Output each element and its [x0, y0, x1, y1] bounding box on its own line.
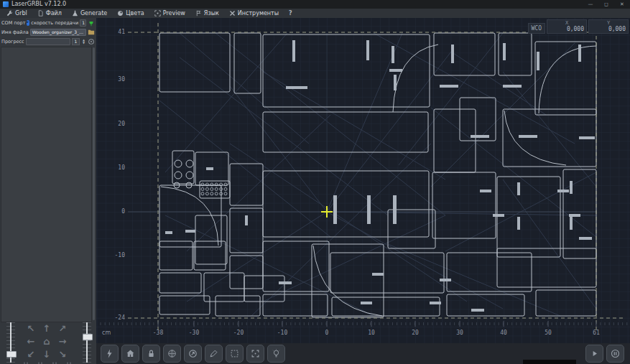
- goto-button[interactable]: [184, 345, 202, 363]
- progress-label: Прогресс: [1, 39, 24, 45]
- wco-label: WCO: [528, 23, 545, 34]
- wrench-icon: [6, 10, 13, 17]
- flask-icon: [72, 10, 78, 17]
- jog-nw-arrow[interactable]: ↖: [23, 322, 39, 335]
- x-ruler-label: -30: [189, 330, 199, 336]
- jog-ne-arrow[interactable]: ↗: [55, 322, 70, 335]
- menu-item-preview[interactable]: Preview: [149, 9, 190, 18]
- connect-button[interactable]: [88, 19, 95, 27]
- menu-item-инструменты[interactable]: Инструменты: [224, 9, 284, 18]
- frame-button[interactable]: [226, 345, 244, 363]
- com-port-label: COM порт: [1, 20, 25, 26]
- y-coordinate-display: Y 0,000: [588, 19, 629, 34]
- jog-pad: ↖↑↗←⌂→↙↓↘: [23, 322, 70, 360]
- play-button[interactable]: [585, 345, 603, 363]
- pen-button[interactable]: [205, 345, 223, 363]
- pause-button[interactable]: [606, 345, 624, 363]
- menu-item-label: ?: [289, 10, 292, 17]
- log-scrollbar[interactable]: [93, 47, 95, 320]
- reset-icon: [104, 348, 115, 359]
- window-controls: — ◻ ✕: [583, 0, 630, 9]
- jog-home-button[interactable]: ⌂: [39, 335, 55, 347]
- menu-item-label: Preview: [163, 10, 185, 17]
- pen-icon: [208, 348, 219, 359]
- x-ruler-label: -20: [233, 330, 244, 336]
- file-icon: [37, 10, 44, 17]
- close-button[interactable]: ✕: [614, 0, 630, 9]
- menu-item-файл[interactable]: Файл: [32, 9, 67, 18]
- x-ruler-label: 40: [500, 330, 507, 336]
- x-ruler-label: 20: [412, 330, 419, 336]
- gcode-log-area[interactable]: [1, 47, 92, 322]
- globe-icon: [167, 348, 177, 359]
- menu-item-цвета[interactable]: Цвета: [112, 9, 149, 18]
- menu-item-label: Цвета: [126, 10, 144, 17]
- menu-item-grbl[interactable]: Grbl: [1, 9, 32, 18]
- x-ruler-label: 61: [593, 330, 600, 336]
- left-panel: COM порт скорость передачи 1 Имя файла W…: [0, 18, 96, 364]
- pause-icon: [610, 348, 621, 359]
- jog-up-arrow[interactable]: ↑: [39, 322, 55, 335]
- ruler-unit-label: cm: [102, 330, 111, 336]
- play-icon: [589, 348, 600, 359]
- coordinate-overlay: WCO X 0,000 Y 0,000: [528, 19, 629, 34]
- menu-item-generate[interactable]: Generate: [67, 9, 112, 18]
- palette-icon: [117, 10, 124, 17]
- jog-sw-arrow[interactable]: ↙: [23, 347, 39, 360]
- jog-speed-slider[interactable]: [6, 322, 16, 363]
- maximize-button[interactable]: ◻: [598, 0, 614, 9]
- menu-item-label: Generate: [80, 10, 107, 17]
- menu-item-label: Grbl: [15, 10, 27, 17]
- baud-rate-select[interactable]: 1: [80, 19, 86, 27]
- y-ruler-label: 10: [98, 164, 125, 171]
- jog-down-arrow[interactable]: ↓: [39, 347, 55, 360]
- y-ruler-label: 41: [98, 29, 125, 35]
- x-ruler-label: -38: [153, 330, 163, 336]
- open-file-button[interactable]: [88, 29, 95, 36]
- menu-item-label: Инструменты: [238, 10, 279, 17]
- flag-icon: [195, 10, 202, 17]
- minimize-button[interactable]: —: [583, 0, 598, 9]
- tools-icon: [229, 10, 236, 17]
- jog-se-arrow[interactable]: ↘: [55, 347, 70, 360]
- slider-icon-0[interactable]: [22, 361, 30, 364]
- com-port-select[interactable]: [27, 20, 29, 26]
- reset-button[interactable]: [101, 345, 119, 363]
- y-ruler-label: 0: [98, 208, 125, 215]
- loop-count-field[interactable]: 1: [72, 38, 80, 45]
- menu-item-язык[interactable]: Язык: [190, 9, 224, 18]
- goto-icon: [187, 348, 198, 359]
- unlock-button[interactable]: [142, 345, 160, 363]
- jog-left-arrow[interactable]: ←: [23, 335, 39, 347]
- slider-icon-2[interactable]: [50, 361, 59, 364]
- unlock-icon: [146, 348, 157, 359]
- title-bar: LaserGRBL v7.12.0 — ◻ ✕: [0, 0, 630, 9]
- globe-button[interactable]: [163, 345, 181, 363]
- menu-item-?[interactable]: ?: [284, 9, 297, 18]
- laser-preview-drawing: [96, 18, 630, 343]
- loop-button[interactable]: [88, 38, 95, 45]
- baud-rate-label: скорость передачи: [31, 20, 78, 26]
- window-title: LaserGRBL v7.12.0: [11, 0, 66, 9]
- menu-item-label: Файл: [46, 10, 62, 17]
- y-ruler-label: -10: [98, 252, 125, 258]
- x-ruler-label: 30: [456, 330, 463, 336]
- jog-step-slider[interactable]: [82, 322, 92, 363]
- x-ruler-label: 10: [368, 330, 375, 336]
- slider-icon-1[interactable]: [36, 361, 45, 364]
- blink-icon: [271, 348, 282, 359]
- x-ruler-label: -10: [277, 330, 287, 336]
- jog-right-arrow[interactable]: →: [55, 335, 70, 347]
- filename-field[interactable]: Wooden_organizer_3_mm.svg: [30, 29, 86, 36]
- home-button[interactable]: [121, 345, 139, 363]
- x-ruler-label: 50: [545, 330, 552, 336]
- jog-extra-controls: [22, 361, 73, 364]
- focus-button[interactable]: [246, 345, 264, 363]
- blink-button[interactable]: [267, 345, 285, 363]
- x-ruler-label: 0: [325, 330, 329, 336]
- slider-icon-3[interactable]: [65, 361, 73, 364]
- preview-canvas[interactable]: -38-30-20-100102030405061413020100-10-24…: [96, 18, 630, 343]
- menu-item-label: Язык: [204, 10, 219, 17]
- lasergrbl-window: LaserGRBL v7.12.0 — ◻ ✕ GrblФайлGenerate…: [0, 0, 630, 364]
- loop-count-stepper[interactable]: ▲▼: [81, 39, 86, 45]
